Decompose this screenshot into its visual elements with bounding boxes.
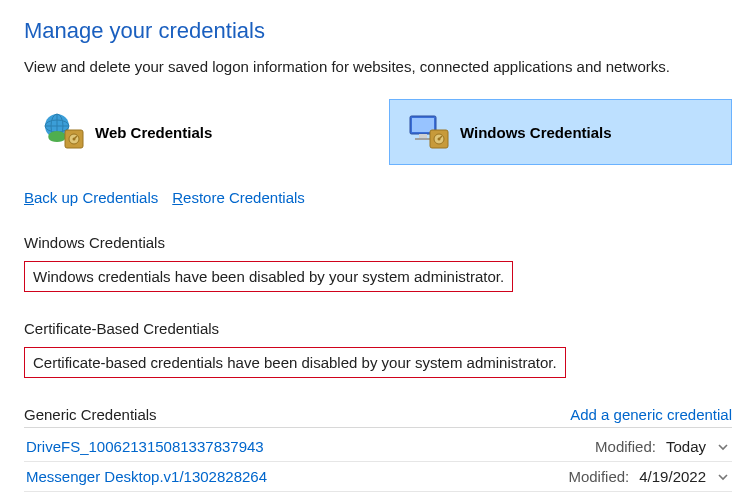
monitor-vault-icon: [404, 112, 450, 152]
section-certificate-credentials: Certificate-Based Credentials Certificat…: [24, 320, 732, 406]
tab-windows-credentials[interactable]: Windows Credentials: [389, 99, 732, 165]
section-title-cert: Certificate-Based Credentials: [24, 320, 732, 337]
modified-value: 4/19/2022: [639, 468, 706, 485]
credential-row[interactable]: Messenger Desktop.v1/1302828264 Modified…: [24, 462, 732, 492]
tab-web-label: Web Credentials: [95, 124, 212, 141]
modified-label: Modified:: [595, 438, 656, 455]
credential-type-tabs: Web Credentials Windows Credentials: [24, 99, 732, 165]
modified-value: Today: [666, 438, 706, 455]
modified-label: Modified:: [568, 468, 629, 485]
windows-disabled-message: Windows credentials have been disabled b…: [24, 261, 513, 292]
credential-action-links: Back up Credentials Restore Credentials: [24, 189, 732, 206]
section-generic-credentials: Generic Credentials Add a generic creden…: [24, 406, 732, 492]
chevron-down-icon[interactable]: [716, 440, 730, 454]
page-title: Manage your credentials: [24, 18, 732, 44]
section-title-windows: Windows Credentials: [24, 234, 732, 251]
backup-credentials-link[interactable]: Back up Credentials: [24, 189, 158, 206]
cert-disabled-message: Certificate-based credentials have been …: [24, 347, 566, 378]
globe-vault-icon: [39, 112, 85, 152]
restore-credentials-link[interactable]: Restore Credentials: [172, 189, 305, 206]
tab-windows-label: Windows Credentials: [460, 124, 612, 141]
svg-rect-8: [419, 134, 427, 138]
credential-name: DriveFS_100621315081337837943: [26, 438, 264, 455]
page-subtitle: View and delete your saved logon informa…: [24, 58, 732, 75]
svg-rect-9: [415, 138, 431, 140]
credential-name: Messenger Desktop.v1/1302828264: [26, 468, 267, 485]
chevron-down-icon[interactable]: [716, 470, 730, 484]
section-title-generic: Generic Credentials: [24, 406, 157, 423]
add-generic-credential-link[interactable]: Add a generic credential: [570, 406, 732, 423]
section-windows-credentials: Windows Credentials Windows credentials …: [24, 234, 732, 320]
tab-web-credentials[interactable]: Web Credentials: [24, 99, 367, 165]
credential-row[interactable]: DriveFS_100621315081337837943 Modified: …: [24, 432, 732, 462]
